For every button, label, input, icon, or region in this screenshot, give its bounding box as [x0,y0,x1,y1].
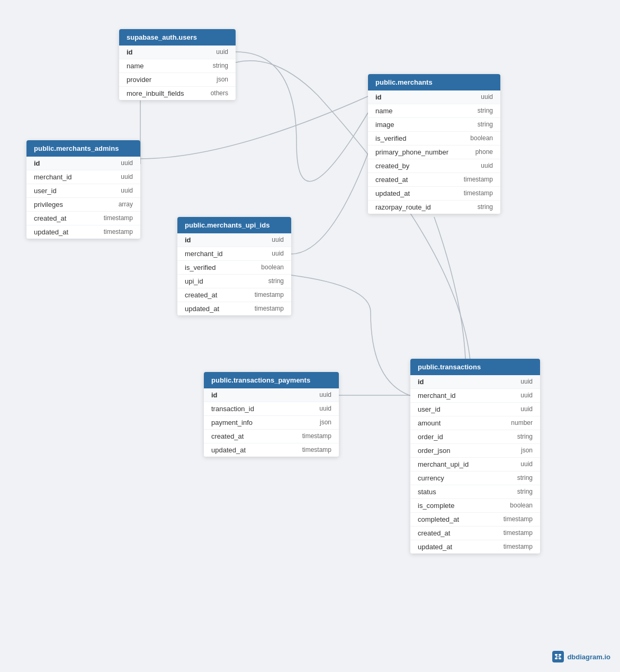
table-row: provider json [119,73,236,87]
table-row: id uuid [177,233,291,247]
table-row: updated_at timestamp [26,225,140,239]
table-row: primary_phone_number phone [368,146,500,159]
table-row: updated_at timestamp [204,443,339,457]
table-row: merchant_id uuid [177,247,291,261]
table-body-public-transactions-payments: id uuid transaction_id uuid payment_info… [204,388,339,457]
connector-lines [0,0,620,672]
table-row: currency string [410,471,540,485]
table-header-public-transactions-payments: public.transactions_payments [204,372,339,388]
table-row: created_at timestamp [204,430,339,443]
table-row: order_id string [410,430,540,444]
table-row: user_id uuid [26,184,140,198]
table-row: created_by uuid [368,159,500,173]
table-header-public-merchants-admins: public.merchants_admins [26,140,140,157]
dbdiagram-logo: dbdiagram.io [552,651,610,662]
table-body-public-merchants-upi-ids: id uuid merchant_id uuid is_verified boo… [177,233,291,315]
logo-icon [552,651,564,662]
table-public-merchants: public.merchants id uuid name string ima… [368,74,500,214]
table-row: updated_at timestamp [177,302,291,315]
table-row: id uuid [26,157,140,170]
table-row: more_inbuilt_fields others [119,87,236,100]
table-body-public-transactions: id uuid merchant_id uuid user_id uuid am… [410,375,540,553]
table-row: updated_at timestamp [410,540,540,553]
table-row: order_json json [410,444,540,458]
table-row: transaction_id uuid [204,402,339,416]
table-row: razorpay_route_id string [368,201,500,214]
table-row: id uuid [204,388,339,402]
table-row: created_at timestamp [410,526,540,540]
table-row: created_at timestamp [177,288,291,302]
table-public-merchants-upi-ids: public.merchants_upi_ids id uuid merchan… [177,217,291,315]
svg-rect-0 [555,654,558,656]
table-row: merchant_upi_id uuid [410,458,540,471]
svg-rect-2 [555,658,558,659]
table-body-supabase-auth-users: id uuid name string provider json more_i… [119,46,236,100]
table-header-public-merchants-upi-ids: public.merchants_upi_ids [177,217,291,233]
table-body-public-merchants: id uuid name string image string is_veri… [368,90,500,214]
table-row: name string [368,104,500,118]
table-public-merchants-admins: public.merchants_admins id uuid merchant… [26,140,140,239]
table-row: updated_at timestamp [368,187,500,201]
table-header-supabase-auth-users: supabase_auth.users [119,29,236,46]
logo-svg [554,653,562,660]
table-header-public-merchants: public.merchants [368,74,500,90]
table-public-transactions: public.transactions id uuid merchant_id … [410,359,540,553]
table-row: amount number [410,416,540,430]
table-row: payment_info json [204,416,339,430]
table-row: completed_at timestamp [410,513,540,526]
svg-rect-1 [559,654,561,656]
table-row: merchant_id uuid [410,389,540,403]
table-supabase-auth-users: supabase_auth.users id uuid name string … [119,29,236,100]
table-header-public-transactions: public.transactions [410,359,540,375]
table-row: id uuid [119,46,236,59]
table-row: id uuid [368,90,500,104]
table-row: status string [410,485,540,499]
table-row: image string [368,118,500,132]
table-row: merchant_id uuid [26,170,140,184]
svg-rect-3 [559,658,561,659]
table-row: privileges array [26,198,140,212]
table-row: user_id uuid [410,403,540,416]
table-row: id uuid [410,375,540,389]
table-body-public-merchants-admins: id uuid merchant_id uuid user_id uuid pr… [26,157,140,239]
table-row: is_complete boolean [410,499,540,513]
table-row: created_at timestamp [368,173,500,187]
table-row: upi_id string [177,275,291,288]
table-row: is_verified boolean [368,132,500,146]
table-public-transactions-payments: public.transactions_payments id uuid tra… [204,372,339,457]
table-row: name string [119,59,236,73]
diagram-canvas: supabase_auth.users id uuid name string … [0,0,620,672]
table-row: created_at timestamp [26,212,140,225]
table-row: is_verified boolean [177,261,291,275]
